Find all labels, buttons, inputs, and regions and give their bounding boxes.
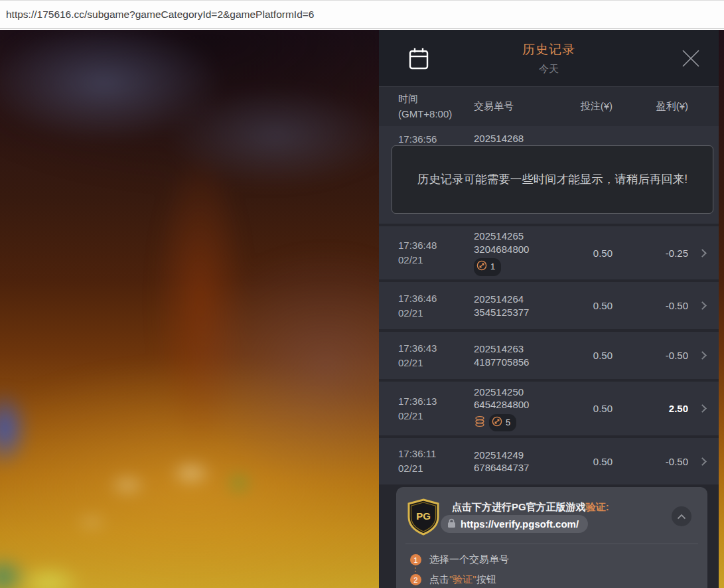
history-panel: 历史记录 今天 时间 (GMT+8:00) 交易单号 投注(¥) 盈利(¥) <box>379 30 719 588</box>
chevron-right-icon <box>698 351 707 360</box>
chevron-right-icon <box>698 404 707 413</box>
row-time: 17:36:56 <box>398 132 474 147</box>
chevron-up-icon <box>677 512 686 522</box>
chevron-right-icon <box>698 301 707 310</box>
panel-subtitle: 今天 <box>379 63 719 76</box>
svg-text:PG: PG <box>416 510 431 522</box>
verify-heading: 点击下方进行PG官方正版游戏验证: <box>452 501 609 514</box>
title-block: 历史记录 今天 <box>379 41 719 76</box>
scatter-icon <box>492 416 502 430</box>
verify-url-text: https://verify.pgsoft.com/ <box>461 518 579 530</box>
table-row[interactable]: 17:36:1102/21 2025142496786484737 0.50 -… <box>379 438 719 484</box>
verify-url-button[interactable]: https://verify.pgsoft.com/ <box>441 515 588 533</box>
row-profit: -0.25 <box>613 248 688 259</box>
row-profit: -0.50 <box>613 300 688 311</box>
pg-verify-box: PG 点击下方进行PG官方正版游戏验证: https://verify.pgso… <box>396 487 707 588</box>
row-profit: -0.50 <box>613 350 688 361</box>
divider <box>405 544 698 544</box>
feature-badge: 1 <box>474 258 501 276</box>
column-header-time: 时间 (GMT+8:00) <box>398 92 474 121</box>
table-row[interactable]: 17:36:1302/21 2025142506454284800 <box>379 382 719 435</box>
row-txn: 2025142496786484737 <box>474 449 550 475</box>
row-bet: 0.50 <box>550 300 613 311</box>
browser-url-bar[interactable]: https://175616.cc/subgame?gameCategoryId… <box>0 0 724 29</box>
feature-badge: 5 <box>489 414 516 432</box>
url-text: https://175616.cc/subgame?gameCategoryId… <box>6 9 314 21</box>
row-bet: 0.50 <box>550 403 613 414</box>
row-txn: 202514268 <box>474 132 550 145</box>
row-txn: 2025142643545125377 <box>474 293 550 319</box>
collapse-button[interactable] <box>672 506 691 526</box>
table-row[interactable]: 17:36:4802/21 2025142653204684800 <box>379 226 719 279</box>
table-row[interactable]: 17:36:4602/21 2025142643545125377 0.50 -… <box>379 282 719 329</box>
chevron-right-icon <box>698 457 707 466</box>
row-profit: -0.50 <box>613 456 688 467</box>
step-number-badge: 1 <box>410 554 421 565</box>
lock-icon <box>447 518 456 530</box>
game-area: 历史记录 今天 时间 (GMT+8:00) 交易单号 投注(¥) 盈利(¥) <box>0 30 724 588</box>
row-txn: 2025142506454284800 <box>474 386 550 432</box>
row-time: 17:36:1102/21 <box>398 447 474 476</box>
row-time: 17:36:4802/21 <box>398 238 474 267</box>
column-header-bet: 投注(¥) <box>550 100 613 113</box>
table-header: 时间 (GMT+8:00) 交易单号 投注(¥) 盈利(¥) <box>379 86 719 126</box>
row-txn: 2025142634187705856 <box>474 342 550 368</box>
row-bet: 0.50 <box>550 350 613 361</box>
row-time: 17:36:4302/21 <box>398 341 474 370</box>
row-bet: 0.50 <box>550 248 613 259</box>
pg-shield-logo: PG <box>405 498 442 539</box>
coins-icon <box>474 415 486 431</box>
chevron-right-icon <box>698 249 707 257</box>
close-button[interactable] <box>680 48 701 70</box>
row-bet: 0.50 <box>550 456 613 467</box>
history-rows: 历史记录可能需要一些时间才能显示，请稍后再回来! 17:36:56 202514… <box>379 126 719 484</box>
step-number-badge: 2 <box>410 574 421 585</box>
row-profit: 2.50 <box>613 403 688 414</box>
table-row[interactable]: 17:36:4302/21 2025142634187705856 0.50 -… <box>379 332 719 379</box>
column-header-txn: 交易单号 <box>474 100 550 113</box>
row-time: 17:36:1302/21 <box>398 394 474 423</box>
verify-link[interactable]: 验证: <box>586 501 609 512</box>
verify-step-2: 2 点击"验证"按钮 <box>410 573 496 586</box>
verify-step-1: 1 选择一个交易单号 <box>410 553 509 566</box>
row-txn: 2025142653204684800 1 <box>474 230 550 276</box>
close-icon <box>681 60 701 70</box>
row-time: 17:36:4602/21 <box>398 291 474 321</box>
panel-title: 历史记录 <box>379 41 719 58</box>
scatter-icon <box>476 260 487 274</box>
history-delay-toast: 历史记录可能需要一些时间才能显示，请稍后再回来! <box>392 145 713 214</box>
history-panel-header: 历史记录 今天 <box>379 30 719 86</box>
column-header-profit: 盈利(¥) <box>613 100 688 113</box>
